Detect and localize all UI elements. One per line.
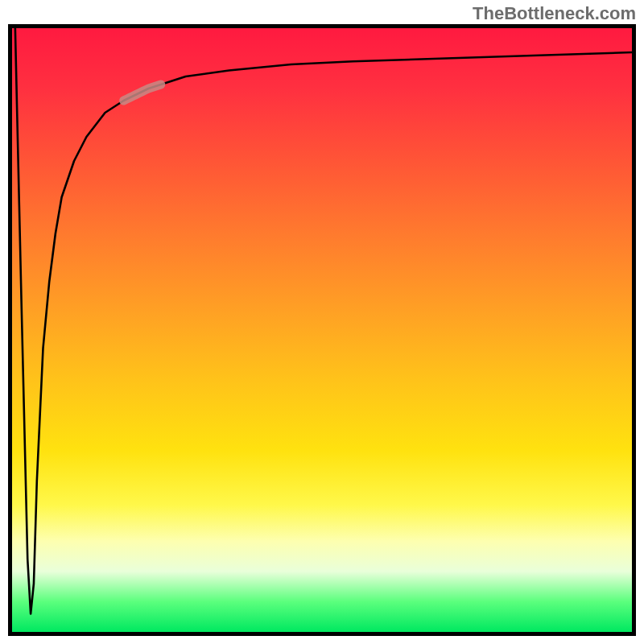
plot-area [8,24,636,636]
watermark-label: TheBottleneck.com [473,3,636,24]
highlight-segment-path [124,85,161,101]
curve-layer [12,28,632,632]
bottleneck-curve-path [15,28,632,614]
